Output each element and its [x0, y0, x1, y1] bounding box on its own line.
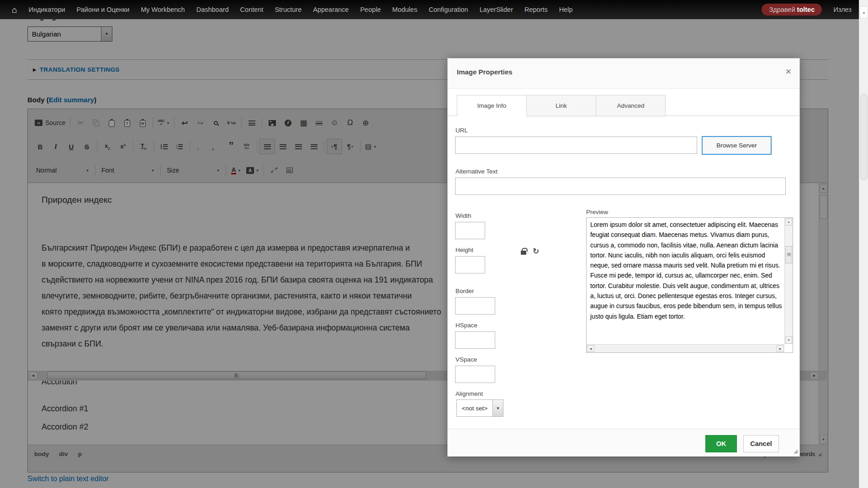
hspace-input[interactable]	[455, 331, 495, 349]
nav-item-indicators[interactable]: Индикатори	[28, 6, 65, 13]
nav-item-help[interactable]: Help	[559, 6, 573, 13]
width-input[interactable]	[455, 222, 485, 239]
border-label: Border	[455, 288, 474, 294]
alt-text-label: Alternative Text	[455, 168, 498, 175]
page: Language Bulgarian ▼ ▶ TRANSLATION SETTI…	[0, 0, 868, 488]
height-input[interactable]	[455, 256, 485, 273]
admin-toolbar: ⌂ Индикатори Райони и Оценки My Workbenc…	[0, 0, 859, 19]
url-label: URL	[455, 127, 468, 134]
username: toltec	[797, 6, 815, 13]
scroll-down-icon[interactable]: ▼	[785, 336, 792, 344]
vspace-input[interactable]	[455, 366, 495, 383]
dialog-resize-grip-icon[interactable]: ◢	[794, 448, 798, 454]
ratio-controls: ↻	[521, 247, 539, 256]
height-label: Height	[455, 247, 473, 253]
preview-text: Lorem ipsum dolor sit amet, consectetuer…	[587, 218, 784, 344]
reset-size-icon[interactable]: ↻	[533, 247, 539, 256]
dialog-tabs: Image Info Link Advanced	[448, 89, 799, 116]
dialog-header[interactable]: Image Properties ×	[448, 58, 799, 89]
nav-item-modules[interactable]: Modules	[392, 6, 418, 13]
nav-item-configuration[interactable]: Configuration	[429, 6, 468, 13]
user-greeting-pill[interactable]: Здравей toltec	[762, 4, 822, 16]
browse-server-button[interactable]: Browse Server	[702, 136, 772, 155]
width-label: Width	[455, 212, 471, 219]
nav-item-regions[interactable]: Райони и Оценки	[77, 6, 130, 13]
alignment-select-value: <not set>	[457, 400, 492, 416]
chevron-down-icon[interactable]: ▼	[492, 400, 503, 416]
lock-icon[interactable]	[521, 251, 526, 255]
home-icon[interactable]: ⌂	[12, 5, 17, 14]
thumb-grip	[787, 253, 791, 257]
alignment-label: Alignment	[455, 390, 483, 397]
nav-item-structure[interactable]: Structure	[275, 6, 302, 13]
url-input[interactable]	[455, 136, 697, 154]
hspace-label: HSpace	[455, 322, 477, 329]
nav-item-content[interactable]: Content	[240, 6, 264, 13]
nav-item-my-workbench[interactable]: My Workbench	[141, 6, 185, 13]
tab-link[interactable]: Link	[526, 95, 596, 116]
nav-item-appearance[interactable]: Appearance	[313, 6, 349, 13]
preview-horizontal-scrollbar[interactable]: ◀ ▶	[587, 344, 784, 352]
scroll-left-icon[interactable]: ◀	[587, 345, 594, 352]
dialog-title: Image Properties	[457, 68, 513, 76]
dialog-footer: OK Cancel	[448, 429, 799, 457]
image-properties-dialog: Image Properties × Image Info Link Advan…	[447, 58, 800, 457]
nav-item-reports[interactable]: Reports	[524, 6, 548, 13]
scrollbar-thumb[interactable]	[860, 94, 868, 180]
preview-box: Lorem ipsum dolor sit amet, consectetuer…	[586, 217, 793, 353]
scrollbar-thumb[interactable]	[785, 246, 792, 263]
alignment-select[interactable]: <not set> ▼	[456, 399, 503, 417]
close-icon[interactable]: ×	[785, 67, 791, 77]
preview-label: Preview	[586, 209, 608, 215]
border-input[interactable]	[455, 297, 495, 315]
vspace-label: VSpace	[455, 356, 477, 363]
page-scrollbar[interactable]: ▲	[859, 0, 868, 488]
nav-item-layerslider[interactable]: LayerSlider	[480, 6, 513, 13]
scroll-up-icon[interactable]: ▲	[785, 218, 792, 226]
tab-advanced[interactable]: Advanced	[596, 95, 666, 116]
nav-item-people[interactable]: People	[360, 6, 381, 13]
greeting-text: Здравей	[769, 6, 797, 13]
cancel-button[interactable]: Cancel	[743, 435, 779, 452]
preview-vertical-scrollbar[interactable]: ▲ ▼	[784, 218, 793, 344]
ok-button[interactable]: OK	[705, 435, 737, 452]
logout-link[interactable]: Излез	[833, 6, 852, 13]
tab-image-info[interactable]: Image Info	[457, 95, 527, 116]
scroll-up-icon[interactable]: ▲	[860, 6, 868, 18]
scroll-right-icon[interactable]: ▶	[777, 345, 784, 352]
alt-text-input[interactable]	[455, 178, 786, 195]
nav-item-dashboard[interactable]: Dashboard	[196, 6, 229, 13]
